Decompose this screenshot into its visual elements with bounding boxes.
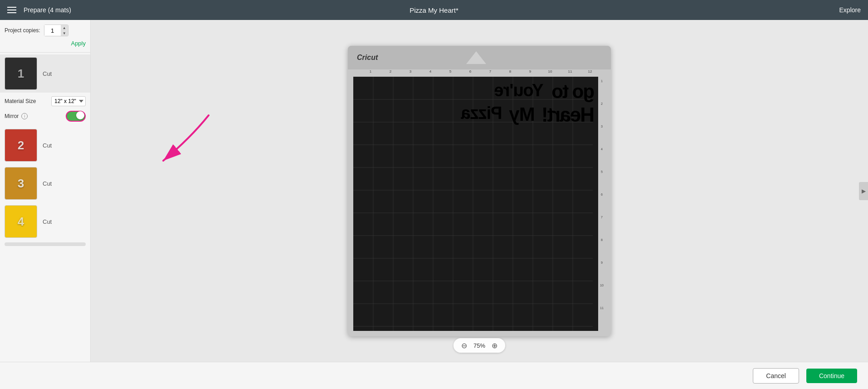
ruler-numbers-row: 1 2 3 4 5 6 7 8 9 10 11 12	[361, 69, 600, 77]
ruler-num-7: 7	[480, 69, 500, 77]
prepare-label: Prepare (4 mats)	[24, 6, 71, 14]
zoom-value: 75%	[473, 342, 485, 349]
sidebar: Project copies: ▲ ▼ Apply 1 Cut Material…	[0, 20, 91, 362]
mat-text-mirrored: go to You're Heart! My Pizza	[357, 81, 595, 126]
separator-1	[0, 52, 90, 53]
ruler-side-1: 1	[601, 79, 603, 101]
material-size-row: Material Size 12" x 12" 12" x 24" Custom	[5, 96, 86, 106]
zoom-controls: ⊖ 75% ⊕	[454, 338, 505, 353]
grid-with-ruler: go to You're Heart! My Pizza	[353, 77, 605, 331]
mat-number-4: 4	[18, 215, 24, 229]
cancel-button[interactable]: Cancel	[753, 368, 799, 384]
mat-number-2: 2	[18, 138, 24, 153]
copies-down-button[interactable]: ▼	[61, 30, 68, 36]
text-you: You're	[494, 81, 543, 102]
ruler-side-11: 11	[600, 305, 604, 328]
menu-button[interactable]	[7, 7, 16, 13]
ruler-num-11: 11	[560, 69, 580, 77]
mat-grid-container: 1 2 3 4 5 6 7 8 9 10 11 12	[353, 69, 605, 331]
mat-label-3: Cut	[43, 180, 52, 187]
mat-thumbnail-4: 4	[5, 205, 37, 238]
mat-label-2: Cut	[43, 142, 52, 149]
copies-input[interactable]	[44, 25, 61, 36]
project-title: Pizza My Heart*	[410, 6, 458, 14]
ruler-num-10: 10	[540, 69, 560, 77]
mirror-label-wrap: Mirror i	[5, 113, 28, 119]
ruler-num-5: 5	[440, 69, 460, 77]
mat-design-content: go to You're Heart! My Pizza	[357, 81, 595, 126]
ruler-side-3: 3	[601, 124, 603, 147]
canvas-area: Cricut 1 2 3 4 5 6 7 8	[91, 20, 868, 362]
ruler-side-8: 8	[601, 237, 603, 260]
ruler-num-6: 6	[460, 69, 480, 77]
ruler-num-8: 8	[500, 69, 520, 77]
mirror-row: Mirror i	[5, 111, 86, 122]
info-letter: i	[24, 114, 25, 118]
mat-number-1: 1	[18, 67, 24, 81]
ruler-side-4: 4	[601, 147, 603, 169]
mat-item-2[interactable]: 2 Cut	[0, 126, 90, 164]
ruler-side-6: 6	[601, 192, 603, 215]
mat-item-3[interactable]: 3 Cut	[0, 164, 90, 202]
ruler-num-2: 2	[380, 69, 400, 77]
mat-grid: go to You're Heart! My Pizza	[353, 77, 598, 331]
mat-thumbnail-1: 1	[5, 57, 37, 90]
ruler-side-5: 5	[601, 169, 603, 192]
text-my: My	[509, 104, 535, 126]
mat-thumbnail-2: 2	[5, 129, 37, 162]
ruler-side-7: 7	[601, 215, 603, 237]
apply-button[interactable]: Apply	[71, 40, 86, 47]
apply-btn-row: Apply	[0, 38, 90, 50]
ruler-corner	[353, 69, 361, 77]
explore-button[interactable]: Explore	[839, 6, 861, 14]
ruler-top: 1 2 3 4 5 6 7 8 9 10 11 12	[353, 69, 598, 77]
mirror-label: Mirror	[5, 113, 19, 119]
ruler-side: 1 2 3 4 5 6 7 8 9 10 11	[598, 77, 605, 331]
material-size-label: Material Size	[5, 98, 36, 104]
mirror-toggle[interactable]	[66, 111, 86, 122]
mat-number-3: 3	[18, 177, 24, 191]
ruler-num-3: 3	[400, 69, 420, 77]
cricut-logo: Cricut	[357, 54, 378, 62]
mat-text-row1: go to You're	[357, 81, 595, 102]
project-copies-row: Project copies: ▲ ▼	[0, 20, 90, 38]
copies-spinners: ▲ ▼	[61, 25, 68, 36]
ruler-num-4: 4	[420, 69, 440, 77]
ruler-num-12: 12	[580, 69, 600, 77]
mat-arrow-up	[466, 51, 486, 64]
ruler-side-9: 9	[601, 260, 603, 283]
mat-text-row2: Heart! My Pizza	[357, 104, 595, 126]
mat-item-4[interactable]: 4 Cut	[0, 202, 90, 241]
mirror-info-icon[interactable]: i	[21, 113, 28, 119]
copies-up-button[interactable]: ▲	[61, 25, 68, 30]
ruler-side-10: 10	[600, 283, 604, 305]
material-size-select[interactable]: 12" x 12" 12" x 24" Custom	[51, 96, 86, 106]
copies-input-wrapper: ▲ ▼	[44, 25, 68, 36]
text-love: go to	[552, 81, 595, 102]
project-copies-label: Project copies:	[5, 27, 40, 34]
mat-thumbnail-3: 3	[5, 167, 37, 200]
right-panel-chevron: ▶	[862, 188, 866, 194]
mat-label-4: Cut	[43, 218, 52, 225]
cricut-mat: Cricut 1 2 3 4 5 6 7 8	[348, 46, 611, 336]
mat-item-1[interactable]: 1 Cut	[0, 54, 90, 93]
zoom-out-button[interactable]: ⊖	[459, 340, 470, 351]
sidebar-scrollbar[interactable]	[5, 242, 86, 246]
zoom-in-icon: ⊕	[492, 341, 497, 350]
text-pizza: Heart!	[542, 104, 595, 126]
continue-button[interactable]: Continue	[806, 369, 857, 383]
text-heart: Pizza	[461, 104, 502, 126]
mat-top-bar: Cricut	[348, 46, 611, 69]
main-content: Project copies: ▲ ▼ Apply 1 Cut Material…	[0, 20, 868, 362]
zoom-in-button[interactable]: ⊕	[489, 340, 500, 351]
ruler-num-9: 9	[520, 69, 540, 77]
toggle-thumb	[76, 111, 84, 119]
footer: Cancel Continue	[0, 362, 868, 389]
mat-options: Material Size 12" x 12" 12" x 24" Custom…	[0, 93, 90, 126]
ruler-num-1: 1	[361, 69, 380, 77]
zoom-out-icon: ⊖	[461, 341, 467, 350]
mat-label-1: Cut	[43, 70, 52, 77]
header: Prepare (4 mats) Pizza My Heart* Explore	[0, 0, 868, 20]
pink-arrow-annotation	[136, 111, 227, 183]
right-panel-toggle[interactable]: ▶	[859, 182, 868, 200]
